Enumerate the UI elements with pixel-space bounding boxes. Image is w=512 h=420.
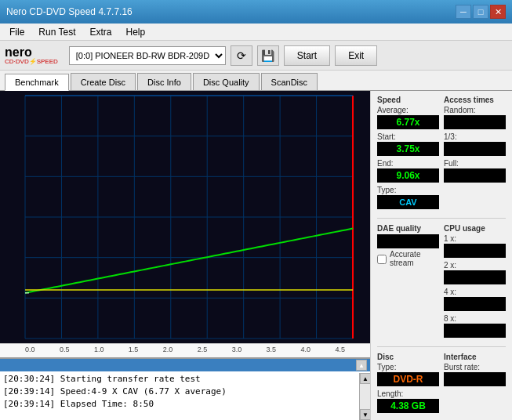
right-panel: Speed Average: 6.77x Start: 3.75x End: 9… (371, 91, 512, 420)
access-full-group: Full: (444, 159, 506, 183)
log-scroll-up[interactable]: ▲ (356, 360, 367, 371)
app-title: Nero CD-DVD Speed 4.7.7.16 (6, 6, 133, 17)
speed-end-label: End: (377, 159, 439, 168)
disc-length-label: Length: (377, 389, 439, 398)
speed-start-value: 3.75x (377, 142, 439, 156)
log-line-1: [20:30:24] Starting transfer rate test (3, 373, 367, 386)
log-scroll-arrow-down[interactable]: ▼ (360, 409, 370, 420)
accurate-stream-row: Accurate stream (377, 250, 439, 268)
dae-quality-title: DAE quality (377, 224, 439, 233)
cpu-8x-group: 8 x: (444, 314, 506, 338)
window-controls: ─ □ ✕ (456, 5, 506, 19)
menu-extra[interactable]: Extra (83, 25, 118, 39)
speed-average-value: 6.77x (377, 115, 439, 129)
cpu-4x-group: 4 x: (444, 288, 506, 311)
cpu-4x-value (444, 297, 506, 311)
disc-interface-section: Disc Type: DVD-R Length: 4.38 GB Interfa… (377, 353, 506, 416)
exit-button[interactable]: Exit (335, 45, 377, 66)
speed-average-group: Average: 6.77x (377, 106, 439, 129)
log-scroll-arrow-up[interactable]: ▲ (360, 373, 370, 384)
tab-benchmark[interactable]: Benchmark (5, 74, 69, 91)
x-axis-labels: 0.0 0.5 1.0 1.5 2.0 2.5 3.0 3.5 4.0 4.5 (0, 343, 370, 357)
speed-column: Speed Average: 6.77x Start: 3.75x End: 9… (377, 96, 439, 212)
toolbar: nero CD·DVD⚡SPEED [0:0] PIONEER BD-RW BD… (0, 41, 512, 71)
speed-type-group: Type: CAV (377, 186, 439, 209)
cpu-2x-label: 2 x: (444, 261, 506, 270)
cpu-1x-value (444, 244, 506, 258)
interface-column: Interface Burst rate: (444, 353, 506, 416)
menu-file[interactable]: File (3, 25, 31, 39)
access-times-title: Access times (444, 96, 506, 104)
cpu-1x-label: 1 x: (444, 234, 506, 243)
interface-title: Interface (444, 353, 506, 361)
dae-cpu-section: DAE quality Accurate stream CPU usage 1 … (377, 224, 506, 341)
access-onethird-value (444, 142, 506, 156)
speed-chart-canvas (0, 91, 370, 343)
speed-title: Speed (377, 96, 439, 104)
dae-quality-value (377, 234, 439, 248)
logo: nero CD·DVD⚡SPEED (5, 46, 58, 65)
access-times-column: Access times Random: 1/3: Full: (444, 96, 506, 212)
tab-create-disc[interactable]: Create Disc (71, 73, 136, 90)
disc-length-value: 4.38 GB (377, 399, 439, 413)
access-onethird-group: 1/3: (444, 132, 506, 156)
access-random-group: Random: (444, 106, 506, 129)
speed-type-label: Type: (377, 186, 439, 194)
close-button[interactable]: ✕ (490, 5, 506, 19)
cdspeed-logo: CD·DVD⚡SPEED (5, 59, 58, 65)
speed-average-label: Average: (377, 106, 439, 114)
main-content: 20 X 16 X 12 X 8 X 4 X 24 20 16 12 8 4 0… (0, 91, 512, 420)
speed-chart: 20 X 16 X 12 X 8 X 4 X 24 20 16 12 8 4 (0, 91, 370, 343)
tab-bar: Benchmark Create Disc Disc Info Disc Qua… (0, 71, 512, 91)
access-full-value (444, 168, 506, 183)
access-full-label: Full: (444, 159, 506, 168)
log-area: ▲ [20:30:24] Starting transfer rate test… (0, 357, 370, 420)
cpu-2x-value (444, 270, 506, 284)
title-bar: Nero CD-DVD Speed 4.7.7.16 ─ □ ✕ (0, 0, 512, 24)
divider-2 (377, 346, 506, 347)
cpu-4x-label: 4 x: (444, 288, 506, 296)
log-scroll-track[interactable] (360, 384, 370, 409)
menu-run-test[interactable]: Run Test (32, 25, 82, 39)
cpu-usage-column: CPU usage 1 x: 2 x: 4 x: 8 x: (444, 224, 506, 341)
cpu-usage-title: CPU usage (444, 224, 506, 233)
cpu-8x-value (444, 324, 506, 338)
disc-title: Disc (377, 353, 439, 361)
burst-rate-value (444, 372, 506, 386)
cpu-8x-label: 8 x: (444, 314, 506, 323)
accurate-stream-checkbox[interactable] (377, 255, 387, 264)
drive-selector[interactable]: [0:0] PIONEER BD-RW BDR-209D 1.51 (69, 46, 226, 65)
log-line-2: [20:39:14] Speed:4-9 X CAV (6.77 X avera… (3, 386, 367, 398)
disc-type-label: Type: (377, 363, 439, 371)
disc-type-group: Type: DVD-R (377, 363, 439, 386)
speed-end-value: 9.06x (377, 168, 439, 183)
disc-column: Disc Type: DVD-R Length: 4.38 GB (377, 353, 439, 416)
start-button[interactable]: Start (284, 45, 330, 66)
access-random-value (444, 115, 506, 129)
log-line-3: [20:39:14] Elapsed Time: 8:50 (3, 398, 367, 411)
cpu-1x-group: 1 x: (444, 234, 506, 258)
tab-scandisc[interactable]: ScanDisc (261, 73, 318, 90)
speed-end-group: End: 9.06x (377, 159, 439, 183)
tab-disc-info[interactable]: Disc Info (137, 73, 191, 90)
log-scrollbar[interactable]: ▲ ▼ (359, 373, 370, 420)
speed-access-section: Speed Average: 6.77x Start: 3.75x End: 9… (377, 96, 506, 212)
save-button[interactable]: 💾 (257, 45, 279, 66)
divider-1 (377, 218, 506, 219)
nero-logo: nero (5, 46, 58, 59)
accurate-stream-label: Accurate stream (390, 250, 439, 267)
cpu-2x-group: 2 x: (444, 261, 506, 284)
speed-type-value: CAV (377, 195, 439, 209)
menu-help[interactable]: Help (120, 25, 152, 39)
tab-disc-quality[interactable]: Disc Quality (193, 73, 260, 90)
burst-rate-label: Burst rate: (444, 363, 506, 371)
minimize-button[interactable]: ─ (456, 5, 471, 19)
speed-start-group: Start: 3.75x (377, 132, 439, 156)
disc-type-value: DVD-R (377, 372, 439, 386)
maximize-button[interactable]: □ (473, 5, 488, 19)
refresh-button[interactable]: ⟳ (231, 45, 252, 66)
access-random-label: Random: (444, 106, 506, 114)
access-onethird-label: 1/3: (444, 132, 506, 141)
burst-rate-group: Burst rate: (444, 363, 506, 386)
log-header: ▲ (0, 359, 370, 371)
